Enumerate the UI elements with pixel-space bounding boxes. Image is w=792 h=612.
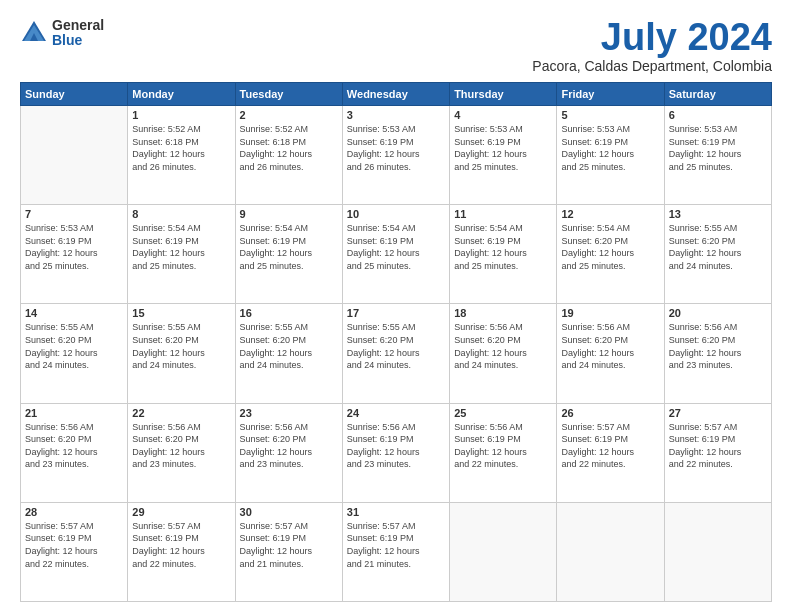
day-number: 25 xyxy=(454,407,552,419)
day-detail: Sunrise: 5:56 AM Sunset: 6:20 PM Dayligh… xyxy=(454,321,552,371)
day-number: 22 xyxy=(132,407,230,419)
calendar-cell: 22Sunrise: 5:56 AM Sunset: 6:20 PM Dayli… xyxy=(128,403,235,502)
col-monday: Monday xyxy=(128,83,235,106)
calendar-week-row-3: 14Sunrise: 5:55 AM Sunset: 6:20 PM Dayli… xyxy=(21,304,772,403)
col-sunday: Sunday xyxy=(21,83,128,106)
day-detail: Sunrise: 5:57 AM Sunset: 6:19 PM Dayligh… xyxy=(669,421,767,471)
day-detail: Sunrise: 5:56 AM Sunset: 6:20 PM Dayligh… xyxy=(240,421,338,471)
day-number: 29 xyxy=(132,506,230,518)
day-number: 20 xyxy=(669,307,767,319)
title-month: July 2024 xyxy=(532,18,772,56)
day-number: 12 xyxy=(561,208,659,220)
day-number: 5 xyxy=(561,109,659,121)
day-detail: Sunrise: 5:53 AM Sunset: 6:19 PM Dayligh… xyxy=(669,123,767,173)
col-thursday: Thursday xyxy=(450,83,557,106)
calendar-cell xyxy=(21,106,128,205)
day-number: 14 xyxy=(25,307,123,319)
calendar-header-row: Sunday Monday Tuesday Wednesday Thursday… xyxy=(21,83,772,106)
calendar-cell: 13Sunrise: 5:55 AM Sunset: 6:20 PM Dayli… xyxy=(664,205,771,304)
calendar-week-row-1: 1Sunrise: 5:52 AM Sunset: 6:18 PM Daylig… xyxy=(21,106,772,205)
day-detail: Sunrise: 5:55 AM Sunset: 6:20 PM Dayligh… xyxy=(132,321,230,371)
day-detail: Sunrise: 5:55 AM Sunset: 6:20 PM Dayligh… xyxy=(669,222,767,272)
calendar-week-row-2: 7Sunrise: 5:53 AM Sunset: 6:19 PM Daylig… xyxy=(21,205,772,304)
day-detail: Sunrise: 5:56 AM Sunset: 6:19 PM Dayligh… xyxy=(454,421,552,471)
day-number: 27 xyxy=(669,407,767,419)
day-detail: Sunrise: 5:53 AM Sunset: 6:19 PM Dayligh… xyxy=(454,123,552,173)
day-detail: Sunrise: 5:56 AM Sunset: 6:20 PM Dayligh… xyxy=(669,321,767,371)
day-number: 24 xyxy=(347,407,445,419)
calendar-cell: 11Sunrise: 5:54 AM Sunset: 6:19 PM Dayli… xyxy=(450,205,557,304)
day-detail: Sunrise: 5:54 AM Sunset: 6:20 PM Dayligh… xyxy=(561,222,659,272)
day-number: 9 xyxy=(240,208,338,220)
col-friday: Friday xyxy=(557,83,664,106)
calendar-cell: 27Sunrise: 5:57 AM Sunset: 6:19 PM Dayli… xyxy=(664,403,771,502)
calendar-cell: 10Sunrise: 5:54 AM Sunset: 6:19 PM Dayli… xyxy=(342,205,449,304)
page: General Blue July 2024 Pacora, Caldas De… xyxy=(0,0,792,612)
day-detail: Sunrise: 5:53 AM Sunset: 6:19 PM Dayligh… xyxy=(25,222,123,272)
calendar-cell: 25Sunrise: 5:56 AM Sunset: 6:19 PM Dayli… xyxy=(450,403,557,502)
calendar-cell xyxy=(450,502,557,601)
calendar-cell: 29Sunrise: 5:57 AM Sunset: 6:19 PM Dayli… xyxy=(128,502,235,601)
day-number: 3 xyxy=(347,109,445,121)
day-number: 30 xyxy=(240,506,338,518)
day-number: 17 xyxy=(347,307,445,319)
calendar-cell: 26Sunrise: 5:57 AM Sunset: 6:19 PM Dayli… xyxy=(557,403,664,502)
day-number: 6 xyxy=(669,109,767,121)
day-detail: Sunrise: 5:54 AM Sunset: 6:19 PM Dayligh… xyxy=(132,222,230,272)
logo-blue-text: Blue xyxy=(52,33,104,48)
calendar-cell: 23Sunrise: 5:56 AM Sunset: 6:20 PM Dayli… xyxy=(235,403,342,502)
day-number: 4 xyxy=(454,109,552,121)
day-detail: Sunrise: 5:53 AM Sunset: 6:19 PM Dayligh… xyxy=(347,123,445,173)
calendar-cell: 24Sunrise: 5:56 AM Sunset: 6:19 PM Dayli… xyxy=(342,403,449,502)
header: General Blue July 2024 Pacora, Caldas De… xyxy=(20,18,772,74)
calendar-cell xyxy=(557,502,664,601)
calendar-cell: 30Sunrise: 5:57 AM Sunset: 6:19 PM Dayli… xyxy=(235,502,342,601)
day-detail: Sunrise: 5:55 AM Sunset: 6:20 PM Dayligh… xyxy=(347,321,445,371)
calendar-cell xyxy=(664,502,771,601)
calendar-cell: 7Sunrise: 5:53 AM Sunset: 6:19 PM Daylig… xyxy=(21,205,128,304)
day-detail: Sunrise: 5:54 AM Sunset: 6:19 PM Dayligh… xyxy=(454,222,552,272)
calendar-cell: 8Sunrise: 5:54 AM Sunset: 6:19 PM Daylig… xyxy=(128,205,235,304)
day-number: 18 xyxy=(454,307,552,319)
day-number: 11 xyxy=(454,208,552,220)
day-number: 7 xyxy=(25,208,123,220)
calendar-cell: 18Sunrise: 5:56 AM Sunset: 6:20 PM Dayli… xyxy=(450,304,557,403)
title-location: Pacora, Caldas Department, Colombia xyxy=(532,58,772,74)
day-number: 31 xyxy=(347,506,445,518)
day-number: 1 xyxy=(132,109,230,121)
day-number: 2 xyxy=(240,109,338,121)
calendar-cell: 6Sunrise: 5:53 AM Sunset: 6:19 PM Daylig… xyxy=(664,106,771,205)
logo-general-text: General xyxy=(52,18,104,33)
day-number: 15 xyxy=(132,307,230,319)
calendar-cell: 3Sunrise: 5:53 AM Sunset: 6:19 PM Daylig… xyxy=(342,106,449,205)
calendar-cell: 31Sunrise: 5:57 AM Sunset: 6:19 PM Dayli… xyxy=(342,502,449,601)
day-detail: Sunrise: 5:54 AM Sunset: 6:19 PM Dayligh… xyxy=(240,222,338,272)
day-number: 19 xyxy=(561,307,659,319)
day-detail: Sunrise: 5:57 AM Sunset: 6:19 PM Dayligh… xyxy=(347,520,445,570)
day-detail: Sunrise: 5:56 AM Sunset: 6:20 PM Dayligh… xyxy=(25,421,123,471)
calendar-week-row-4: 21Sunrise: 5:56 AM Sunset: 6:20 PM Dayli… xyxy=(21,403,772,502)
day-detail: Sunrise: 5:57 AM Sunset: 6:19 PM Dayligh… xyxy=(240,520,338,570)
col-wednesday: Wednesday xyxy=(342,83,449,106)
calendar-cell: 1Sunrise: 5:52 AM Sunset: 6:18 PM Daylig… xyxy=(128,106,235,205)
calendar-cell: 16Sunrise: 5:55 AM Sunset: 6:20 PM Dayli… xyxy=(235,304,342,403)
col-tuesday: Tuesday xyxy=(235,83,342,106)
calendar-cell: 20Sunrise: 5:56 AM Sunset: 6:20 PM Dayli… xyxy=(664,304,771,403)
calendar-cell: 17Sunrise: 5:55 AM Sunset: 6:20 PM Dayli… xyxy=(342,304,449,403)
day-number: 8 xyxy=(132,208,230,220)
day-detail: Sunrise: 5:56 AM Sunset: 6:20 PM Dayligh… xyxy=(132,421,230,471)
calendar-cell: 12Sunrise: 5:54 AM Sunset: 6:20 PM Dayli… xyxy=(557,205,664,304)
day-detail: Sunrise: 5:56 AM Sunset: 6:19 PM Dayligh… xyxy=(347,421,445,471)
day-number: 13 xyxy=(669,208,767,220)
day-detail: Sunrise: 5:57 AM Sunset: 6:19 PM Dayligh… xyxy=(561,421,659,471)
day-detail: Sunrise: 5:52 AM Sunset: 6:18 PM Dayligh… xyxy=(132,123,230,173)
day-detail: Sunrise: 5:57 AM Sunset: 6:19 PM Dayligh… xyxy=(132,520,230,570)
day-detail: Sunrise: 5:56 AM Sunset: 6:20 PM Dayligh… xyxy=(561,321,659,371)
logo: General Blue xyxy=(20,18,104,49)
day-detail: Sunrise: 5:52 AM Sunset: 6:18 PM Dayligh… xyxy=(240,123,338,173)
calendar-cell: 21Sunrise: 5:56 AM Sunset: 6:20 PM Dayli… xyxy=(21,403,128,502)
col-saturday: Saturday xyxy=(664,83,771,106)
day-detail: Sunrise: 5:57 AM Sunset: 6:19 PM Dayligh… xyxy=(25,520,123,570)
calendar-cell: 5Sunrise: 5:53 AM Sunset: 6:19 PM Daylig… xyxy=(557,106,664,205)
day-number: 28 xyxy=(25,506,123,518)
